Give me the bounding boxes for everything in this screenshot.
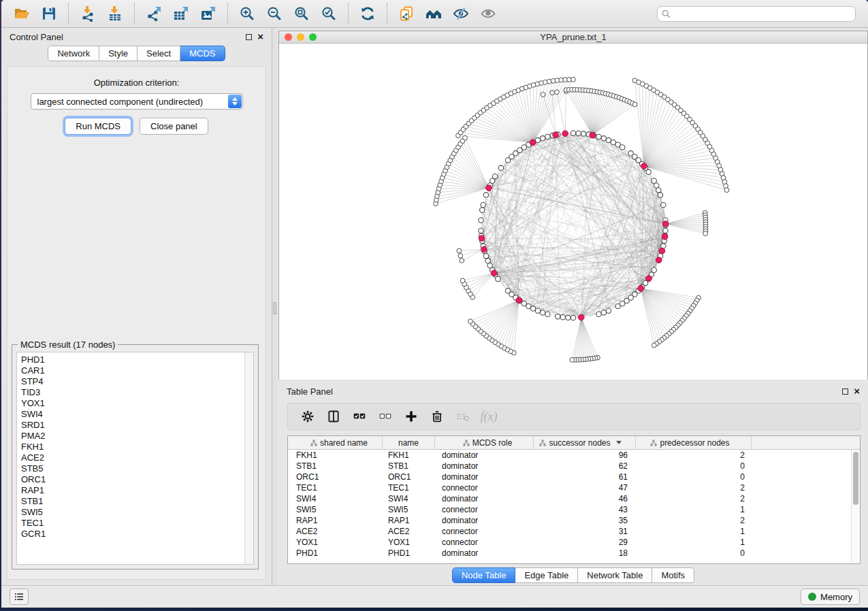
network-node[interactable] (571, 77, 576, 82)
network-node[interactable] (485, 259, 490, 263)
list-item[interactable]: ACE2 (21, 452, 244, 463)
list-item[interactable]: PMA2 (21, 431, 244, 442)
list-item[interactable]: STP4 (21, 376, 244, 387)
list-item[interactable]: SWI4 (21, 409, 244, 420)
scrollbar-thumb[interactable] (853, 452, 858, 505)
list-item[interactable]: GCR1 (21, 529, 244, 540)
function-builder-button[interactable]: f(x) (478, 406, 500, 427)
refresh-button[interactable] (356, 2, 379, 25)
network-node[interactable] (457, 248, 462, 253)
clone-network-button[interactable] (395, 2, 418, 25)
network-node[interactable] (596, 312, 601, 316)
network-node[interactable] (487, 263, 492, 268)
export-network-button[interactable] (142, 2, 165, 25)
delete-columns-button[interactable] (426, 406, 448, 427)
first-neighbors-button[interactable] (422, 2, 445, 25)
network-node[interactable] (480, 208, 485, 212)
table-row[interactable]: RAP1RAP1dominator352 (288, 515, 860, 526)
criterion-dropdown[interactable]: largest connected component (undirected) (31, 93, 243, 110)
tab-edge-table[interactable]: Edge Table (515, 567, 578, 583)
network-node[interactable] (646, 169, 651, 174)
network-node[interactable] (530, 306, 535, 311)
network-hub-node[interactable] (486, 185, 492, 191)
network-canvas[interactable] (279, 44, 867, 380)
network-node[interactable] (663, 228, 668, 233)
network-node[interactable] (570, 131, 575, 135)
network-node[interactable] (652, 343, 656, 348)
save-button[interactable] (37, 2, 61, 25)
result-list-scrollbar[interactable] (244, 352, 253, 564)
network-hub-node[interactable] (479, 235, 485, 242)
network-node[interactable] (463, 135, 468, 140)
import-network-button[interactable] (76, 2, 99, 25)
list-item[interactable]: STB1 (21, 496, 244, 507)
network-hub-node[interactable] (481, 246, 487, 252)
network-node[interactable] (615, 303, 620, 308)
splitter-handle-icon[interactable] (273, 302, 276, 314)
network-node[interactable] (535, 137, 540, 142)
list-item[interactable]: CAR1 (21, 365, 244, 376)
list-item[interactable]: PHD1 (21, 354, 244, 365)
network-node[interactable] (656, 188, 661, 193)
network-hub-node[interactable] (579, 314, 585, 320)
network-node[interactable] (556, 314, 560, 318)
network-node[interactable] (654, 183, 659, 188)
list-item[interactable]: TEC1 (21, 518, 244, 529)
network-node[interactable] (632, 102, 637, 107)
network-node[interactable] (545, 134, 550, 139)
table-row[interactable]: SWI4SWI4dominator462 (288, 493, 860, 504)
network-node[interactable] (703, 231, 708, 236)
network-node[interactable] (498, 165, 503, 170)
list-item[interactable]: FKH1 (21, 442, 244, 452)
network-node[interactable] (611, 139, 615, 144)
float-panel-icon[interactable] (246, 34, 252, 40)
network-hub-node[interactable] (646, 276, 652, 282)
toggle-column-view-button[interactable] (323, 406, 344, 427)
network-node[interactable] (505, 288, 510, 293)
network-node[interactable] (481, 202, 485, 207)
network-node[interactable] (460, 278, 465, 283)
memory-button[interactable]: Memory (801, 589, 860, 605)
add-column-button[interactable] (400, 406, 422, 427)
network-node[interactable] (483, 253, 488, 258)
column-header-predecessor-nodes[interactable]: predecessor nodes (636, 436, 752, 449)
network-node[interactable] (606, 308, 611, 313)
network-node[interactable] (479, 228, 483, 233)
network-node[interactable] (576, 131, 581, 135)
tab-mcds[interactable]: MCDS (180, 46, 225, 61)
tab-network[interactable]: Network (48, 46, 99, 61)
table-row[interactable]: SWI5SWI5connector431 (288, 504, 860, 515)
network-hub-node[interactable] (530, 139, 536, 146)
zoom-fit-button[interactable] (290, 2, 313, 25)
network-hub-node[interactable] (638, 286, 644, 292)
list-item[interactable]: TID3 (21, 387, 244, 398)
network-node[interactable] (661, 202, 666, 207)
tab-node-table[interactable]: Node Table (452, 567, 516, 583)
table-row[interactable]: STB1STB1dominator620 (288, 461, 860, 472)
panel-splitter[interactable] (272, 28, 277, 585)
network-node[interactable] (596, 134, 601, 139)
network-node[interactable] (468, 319, 473, 324)
network-hub-node[interactable] (662, 234, 668, 240)
export-table-button[interactable] (170, 2, 193, 25)
column-header-name[interactable]: name (383, 436, 435, 449)
float-panel-icon[interactable] (842, 389, 848, 395)
network-node[interactable] (601, 136, 606, 141)
zoom-out-button[interactable] (263, 2, 286, 25)
list-item[interactable]: ORC1 (21, 474, 244, 485)
network-node[interactable] (483, 193, 488, 197)
network-hub-node[interactable] (516, 297, 522, 303)
export-image-button[interactable] (197, 2, 220, 25)
list-item[interactable]: SRD1 (21, 420, 244, 431)
table-row[interactable]: PHD1PHD1dominator180 (288, 548, 860, 559)
deselect-all-rows-button[interactable] (374, 406, 396, 427)
table-row[interactable]: ACE2ACE2connector311 (288, 526, 860, 537)
network-node[interactable] (652, 178, 656, 183)
close-panel-icon[interactable]: × (257, 33, 263, 40)
table-row[interactable]: ORC1ORC1dominator610 (288, 472, 860, 482)
network-node[interactable] (570, 358, 575, 363)
tab-select[interactable]: Select (138, 46, 180, 61)
network-node[interactable] (492, 174, 497, 178)
zoom-in-button[interactable] (236, 2, 259, 25)
tab-style[interactable]: Style (99, 46, 138, 61)
